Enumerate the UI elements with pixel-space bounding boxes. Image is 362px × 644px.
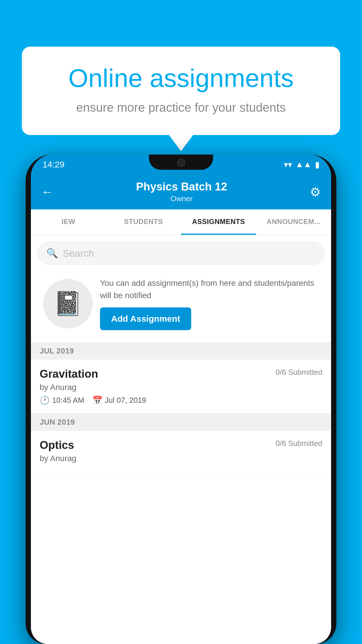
section-header-jun: JUN 2019 [31,414,331,431]
signal-icon: ▲▲ [296,160,312,169]
assignment-author: by Anurag [40,383,322,392]
tab-assignments[interactable]: ASSIGNMENTS [181,209,256,235]
add-assignment-button[interactable]: Add Assignment [100,307,191,330]
search-placeholder: Search [63,248,94,259]
assignment-author-2: by Anurag [40,454,322,463]
assignment-date: 📅 Jul 07, 2019 [92,396,146,405]
status-icons: ▾▾ ▲▲ ▮ [284,160,319,169]
search-bar[interactable]: 🔍 Search [37,242,325,265]
assignment-time: 🕐 10:45 AM [40,396,84,405]
calendar-icon: 📅 [92,396,103,405]
battery-icon: ▮ [315,160,319,169]
assignment-meta: 🕐 10:45 AM 📅 Jul 07, 2019 [40,396,322,405]
header-subtitle: Owner [136,194,227,203]
bubble-title: Online assignments [42,64,320,92]
assignment-name-2: Optics [40,439,74,452]
empty-state-description: You can add assignment(s) from here and … [100,277,319,302]
settings-icon[interactable]: ⚙ [310,185,321,199]
tab-announcements[interactable]: ANNOUNCEM... [256,209,331,235]
header-title: Physics Batch 12 [136,181,227,193]
empty-state-text: You can add assignment(s) from here and … [100,277,319,330]
search-icon: 🔍 [46,248,58,259]
clock-icon: 🕐 [40,396,50,405]
wifi-icon: ▾▾ [284,160,292,169]
tab-students[interactable]: STUDENTS [106,209,181,235]
phone-screen: 14:29 ▾▾ ▲▲ ▮ ← Physics Batch 12 Owner ⚙ [31,155,331,644]
bubble-subtitle: ensure more practice for your students [42,101,320,115]
phone-notch [149,155,213,170]
assignment-row-top: Gravitation 0/6 Submitted [40,368,322,380]
empty-state-card: 📓 You can add assignment(s) from here an… [37,270,325,337]
section-header-jul: JUL 2019 [31,342,331,360]
assignment-row-top-2: Optics 0/6 Submitted [40,439,322,452]
back-button[interactable]: ← [41,185,53,199]
tab-overview[interactable]: IEW [31,209,106,235]
assignment-item-optics[interactable]: Optics 0/6 Submitted by Anurag [31,431,331,475]
notebook-icon: 📓 [53,290,82,317]
assignment-submitted: 0/6 Submitted [276,368,322,377]
phone-camera [177,159,185,167]
header-title-block: Physics Batch 12 Owner [136,181,227,203]
assignment-submitted-2: 0/6 Submitted [276,439,322,448]
assignment-name: Gravitation [40,368,98,380]
app-header: ← Physics Batch 12 Owner ⚙ [31,174,331,209]
content-area: 🔍 Search 📓 You can add assignment(s) fro… [31,235,331,644]
phone-frame: 14:29 ▾▾ ▲▲ ▮ ← Physics Batch 12 Owner ⚙ [26,155,336,644]
status-time: 14:29 [43,160,64,169]
speech-bubble: Online assignments ensure more practice … [22,47,340,135]
assignment-item-gravitation[interactable]: Gravitation 0/6 Submitted by Anurag 🕐 10… [31,360,331,414]
tabs-bar: IEW STUDENTS ASSIGNMENTS ANNOUNCEM... [31,209,331,235]
phone-wrapper: 14:29 ▾▾ ▲▲ ▮ ← Physics Batch 12 Owner ⚙ [26,155,336,644]
empty-state-icon-circle: 📓 [43,279,93,328]
